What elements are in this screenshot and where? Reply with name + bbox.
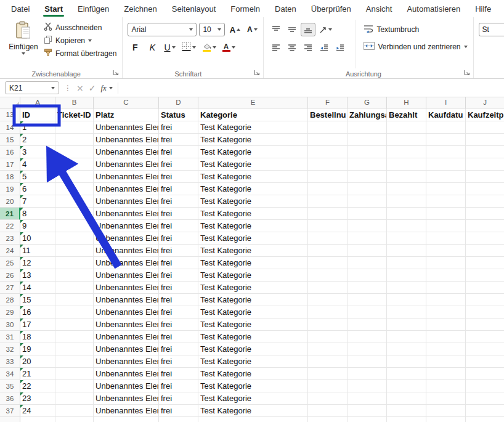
cell-B20[interactable]	[55, 195, 94, 208]
cell-J30[interactable]	[466, 319, 504, 331]
increase-indent-button[interactable]	[333, 41, 348, 54]
tab-seitenlayout[interactable]: Seitenlayout	[165, 0, 224, 17]
cell-H34[interactable]	[387, 368, 426, 380]
cell-F27[interactable]	[308, 282, 348, 294]
cell-F37[interactable]	[308, 405, 348, 417]
clipboard-dialog-launcher-icon[interactable]	[112, 69, 120, 76]
cell-H28[interactable]	[387, 294, 426, 306]
cell-D22[interactable]: frei	[159, 220, 198, 232]
cell-E24[interactable]: Test Kategorie	[198, 245, 308, 257]
cell-B23[interactable]	[55, 232, 94, 245]
cell-F32[interactable]	[308, 343, 348, 355]
cell-A26[interactable]: 13	[20, 269, 55, 282]
cell-D35[interactable]: frei	[159, 380, 198, 392]
cell-J36[interactable]	[466, 392, 504, 405]
cell-G29[interactable]	[348, 306, 387, 319]
cell-A23[interactable]: 10	[20, 232, 55, 245]
cell-G33[interactable]	[348, 355, 387, 368]
cell-F21[interactable]	[308, 208, 348, 220]
cell-E17[interactable]: Test Kategorie	[198, 158, 308, 171]
column-header-D[interactable]: D	[159, 97, 198, 108]
font-name-combo[interactable]: Arial	[128, 23, 197, 36]
row-header-22[interactable]: 22	[0, 220, 20, 232]
cell-J13[interactable]: Kaufzeitp	[466, 108, 504, 121]
cell-G19[interactable]	[348, 183, 387, 195]
cell-J29[interactable]	[466, 306, 504, 319]
cell-J26[interactable]	[466, 269, 504, 282]
cell-I29[interactable]	[426, 306, 466, 319]
cell-I37[interactable]	[426, 405, 466, 417]
cell-B30[interactable]	[55, 319, 94, 331]
cell-A15[interactable]: 2	[20, 134, 55, 146]
cell-J22[interactable]	[466, 220, 504, 232]
cell-I21[interactable]	[426, 208, 466, 220]
cell-C20[interactable]: Unbenanntes Eler	[94, 195, 159, 208]
cell-J14[interactable]	[466, 121, 504, 134]
cell-C30[interactable]: Unbenanntes Eler	[94, 319, 159, 331]
cell-D30[interactable]: frei	[159, 319, 198, 331]
tab-datei[interactable]: Datei	[4, 0, 37, 17]
row-header-23[interactable]: 23	[0, 232, 20, 245]
italic-button[interactable]: K	[145, 41, 160, 54]
cell-H22[interactable]	[387, 220, 426, 232]
cell-C13[interactable]: Platz	[94, 108, 159, 121]
cell-C29[interactable]: Unbenanntes Eler	[94, 306, 159, 319]
merge-center-button[interactable]: Verbinden und zentrieren	[362, 40, 469, 53]
align-right-button[interactable]	[301, 41, 315, 54]
cell-B16[interactable]	[55, 146, 94, 158]
cell-D20[interactable]: frei	[159, 195, 198, 208]
cell-C37[interactable]: Unbenanntes Eler	[94, 405, 159, 417]
cell-A32[interactable]: 19	[20, 343, 55, 355]
row-header-30[interactable]: 30	[0, 319, 20, 331]
cell-B18[interactable]	[55, 171, 94, 183]
alignment-dialog-launcher-icon[interactable]	[463, 69, 471, 76]
row-header-15[interactable]: 15	[0, 134, 20, 146]
cell-I19[interactable]	[426, 183, 466, 195]
cell-A37[interactable]: 24	[20, 405, 55, 417]
align-top-button[interactable]	[269, 23, 283, 36]
cell-H25[interactable]	[387, 257, 426, 269]
select-all-corner[interactable]	[0, 97, 20, 108]
cell-A13[interactable]: ID	[20, 108, 55, 121]
fill-color-button[interactable]	[200, 41, 218, 54]
cell-B19[interactable]	[55, 183, 94, 195]
cell-A20[interactable]: 7	[20, 195, 55, 208]
cell-I30[interactable]	[426, 319, 466, 331]
name-box[interactable]: K21	[5, 81, 59, 94]
cell-B14[interactable]	[55, 121, 94, 134]
cell-G36[interactable]	[348, 392, 387, 405]
cell-E[interactable]	[198, 417, 308, 422]
cell-H36[interactable]	[387, 392, 426, 405]
cell-E27[interactable]: Test Kategorie	[198, 282, 308, 294]
cell-A27[interactable]: 14	[20, 282, 55, 294]
row-header-13[interactable]: 13	[0, 108, 20, 121]
cell-H20[interactable]	[387, 195, 426, 208]
row-header-24[interactable]: 24	[0, 245, 20, 257]
cell-J19[interactable]	[466, 183, 504, 195]
row-header-17[interactable]: 17	[0, 158, 20, 171]
cell-D15[interactable]: frei	[159, 134, 198, 146]
cell-G22[interactable]	[348, 220, 387, 232]
cell-D28[interactable]: frei	[159, 294, 198, 306]
cell-J15[interactable]	[466, 134, 504, 146]
cell-F29[interactable]	[308, 306, 348, 319]
cell-I15[interactable]	[426, 134, 466, 146]
cell-H33[interactable]	[387, 355, 426, 368]
row-header-21[interactable]: 21	[0, 208, 20, 220]
cell-F35[interactable]	[308, 380, 348, 392]
cell-C[interactable]	[94, 417, 159, 422]
column-header-A[interactable]: A	[20, 97, 55, 108]
cell-C33[interactable]: Unbenanntes Eler	[94, 355, 159, 368]
cell-J21[interactable]	[466, 208, 504, 220]
orientation-button[interactable]	[317, 23, 334, 36]
cell-C19[interactable]: Unbenanntes Eler	[94, 183, 159, 195]
column-header-G[interactable]: G	[348, 97, 387, 108]
cell-C34[interactable]: Unbenanntes Eler	[94, 368, 159, 380]
cell-B27[interactable]	[55, 282, 94, 294]
row-header-16[interactable]: 16	[0, 146, 20, 158]
align-center-button[interactable]	[285, 41, 299, 54]
cell-G37[interactable]	[348, 405, 387, 417]
copy-button[interactable]: Kopieren	[42, 34, 118, 47]
increase-font-button[interactable]: A	[227, 23, 242, 36]
cell-D31[interactable]: frei	[159, 331, 198, 343]
